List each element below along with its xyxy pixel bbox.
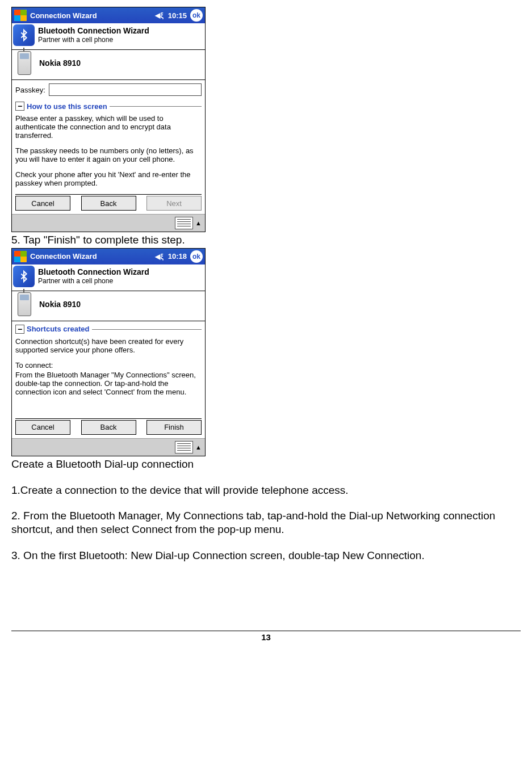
help-fieldset: − Shortcuts created Connection shortcut(… <box>15 325 202 415</box>
help-legend: Shortcuts created <box>24 325 92 333</box>
help-p2: The passkey needs to be numbers only (no… <box>15 146 202 163</box>
help-p2a: To connect: <box>15 361 202 369</box>
section-heading: Create a Bluetooth Dial-up connection <box>11 457 521 471</box>
titlebar-time: 10:15 <box>168 11 187 20</box>
help-p2b: From the Bluetooth Manager "My Connectio… <box>15 371 202 396</box>
screenshot-shortcuts: Connection Wizard ◀ξ 10:18 ok Bluetooth … <box>11 248 206 456</box>
device-name: Nokia 8910 <box>39 300 81 309</box>
help-legend: How to use this screen <box>24 102 110 111</box>
help-p3: Check your phone after you hit 'Next' an… <box>15 170 202 187</box>
device-row: Nokia 8910 <box>12 291 205 321</box>
device-name: Nokia 8910 <box>39 58 81 68</box>
passkey-row: Passkey: <box>12 80 205 102</box>
cancel-button[interactable]: Cancel <box>15 420 70 435</box>
wizard-header: Bluetooth Connection Wizard Partner with… <box>12 23 205 50</box>
start-icon[interactable] <box>14 251 27 262</box>
button-bar: Cancel Back Finish <box>12 419 205 436</box>
wizard-subtitle: Partner with a cell phone <box>38 36 149 44</box>
titlebar-title: Connection Wizard <box>30 11 153 20</box>
help-body: Please enter a passkey, which will be us… <box>15 111 202 191</box>
ok-button[interactable]: ok <box>190 250 203 263</box>
sound-icon[interactable]: ◀ξ <box>155 253 163 261</box>
step-2-text: 2. From the Bluetooth Manager, My Connec… <box>11 509 521 536</box>
step-1-text: 1.Create a connection to the device that… <box>11 484 521 497</box>
cancel-button[interactable]: Cancel <box>15 196 70 211</box>
help-fieldset: − How to use this screen Please enter a … <box>15 102 202 191</box>
passkey-input[interactable] <box>49 83 202 96</box>
back-button[interactable]: Back <box>81 196 136 211</box>
bluetooth-icon <box>13 24 35 46</box>
button-bar: Cancel Back Next <box>12 195 205 212</box>
sip-bar: ▲ <box>12 438 205 456</box>
step-3-text: 3. On the first Bluetooth: New Dial-up C… <box>11 549 521 562</box>
finish-button[interactable]: Finish <box>146 420 202 435</box>
sip-arrow-icon[interactable]: ▲ <box>195 220 202 226</box>
phone-icon <box>18 292 31 316</box>
start-icon[interactable] <box>14 10 27 21</box>
page-number: 13 <box>11 631 521 642</box>
step-5-text: 5. Tap "Finish" to complete this step. <box>11 233 521 247</box>
sound-icon[interactable]: ◀ξ <box>155 11 163 19</box>
collapse-toggle[interactable]: − <box>15 325 24 334</box>
wizard-title: Bluetooth Connection Wizard <box>38 26 149 36</box>
passkey-label: Passkey: <box>15 86 45 94</box>
titlebar-title: Connection Wizard <box>30 252 153 261</box>
help-p1: Connection shortcut(s) have been created… <box>15 337 202 354</box>
wizard-title: Bluetooth Connection Wizard <box>38 267 149 277</box>
collapse-toggle[interactable]: − <box>15 102 24 111</box>
back-button[interactable]: Back <box>81 420 136 435</box>
titlebar-time: 10:18 <box>168 252 187 261</box>
device-row: Nokia 8910 <box>12 50 205 80</box>
help-p1: Please enter a passkey, which will be us… <box>15 114 202 140</box>
screenshot-passkey: Connection Wizard ◀ξ 10:15 ok Bluetooth … <box>11 7 206 232</box>
sip-bar: ▲ <box>12 214 205 232</box>
ok-button[interactable]: ok <box>190 9 203 22</box>
help-body: Connection shortcut(s) have been created… <box>15 334 202 415</box>
titlebar: Connection Wizard ◀ξ 10:15 ok <box>12 7 205 23</box>
next-button: Next <box>146 196 202 211</box>
sip-arrow-icon[interactable]: ▲ <box>195 444 202 451</box>
keyboard-icon[interactable] <box>175 441 193 454</box>
bluetooth-icon <box>13 266 35 287</box>
wizard-header: Bluetooth Connection Wizard Partner with… <box>12 264 205 291</box>
keyboard-icon[interactable] <box>175 217 193 229</box>
titlebar: Connection Wizard ◀ξ 10:18 ok <box>12 249 205 264</box>
wizard-subtitle: Partner with a cell phone <box>38 277 149 285</box>
phone-icon <box>18 51 31 75</box>
